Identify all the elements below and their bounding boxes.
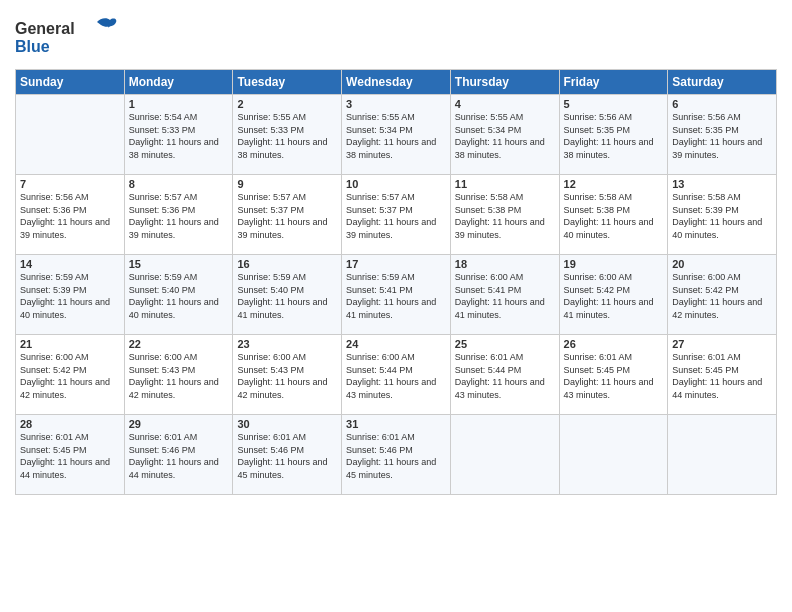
day-number: 20 [672,258,772,270]
day-number: 10 [346,178,446,190]
calendar-header-cell: Tuesday [233,70,342,95]
day-details: Sunrise: 5:55 AMSunset: 5:34 PMDaylight:… [455,111,555,161]
day-number: 3 [346,98,446,110]
calendar-day-cell [450,415,559,495]
day-details: Sunrise: 6:01 AMSunset: 5:45 PMDaylight:… [672,351,772,401]
calendar-day-cell [668,415,777,495]
day-number: 1 [129,98,229,110]
day-number: 14 [20,258,120,270]
calendar-week-row: 28Sunrise: 6:01 AMSunset: 5:45 PMDayligh… [16,415,777,495]
calendar-day-cell: 16Sunrise: 5:59 AMSunset: 5:40 PMDayligh… [233,255,342,335]
calendar-day-cell: 23Sunrise: 6:00 AMSunset: 5:43 PMDayligh… [233,335,342,415]
day-details: Sunrise: 5:56 AMSunset: 5:36 PMDaylight:… [20,191,120,241]
calendar-week-row: 7Sunrise: 5:56 AMSunset: 5:36 PMDaylight… [16,175,777,255]
day-details: Sunrise: 6:01 AMSunset: 5:45 PMDaylight:… [20,431,120,481]
day-number: 19 [564,258,664,270]
day-details: Sunrise: 6:01 AMSunset: 5:44 PMDaylight:… [455,351,555,401]
day-details: Sunrise: 5:59 AMSunset: 5:40 PMDaylight:… [129,271,229,321]
day-number: 8 [129,178,229,190]
calendar-day-cell [16,95,125,175]
calendar-day-cell: 4Sunrise: 5:55 AMSunset: 5:34 PMDaylight… [450,95,559,175]
day-details: Sunrise: 6:00 AMSunset: 5:42 PMDaylight:… [20,351,120,401]
day-details: Sunrise: 5:58 AMSunset: 5:38 PMDaylight:… [455,191,555,241]
day-number: 26 [564,338,664,350]
day-details: Sunrise: 5:57 AMSunset: 5:37 PMDaylight:… [346,191,446,241]
calendar-week-row: 1Sunrise: 5:54 AMSunset: 5:33 PMDaylight… [16,95,777,175]
calendar-header-cell: Wednesday [342,70,451,95]
day-details: Sunrise: 5:57 AMSunset: 5:36 PMDaylight:… [129,191,229,241]
calendar-day-cell: 22Sunrise: 6:00 AMSunset: 5:43 PMDayligh… [124,335,233,415]
day-number: 9 [237,178,337,190]
day-number: 23 [237,338,337,350]
calendar-day-cell: 29Sunrise: 6:01 AMSunset: 5:46 PMDayligh… [124,415,233,495]
day-number: 30 [237,418,337,430]
header-area: General Blue [15,10,777,63]
day-details: Sunrise: 5:54 AMSunset: 5:33 PMDaylight:… [129,111,229,161]
day-number: 7 [20,178,120,190]
calendar-day-cell: 24Sunrise: 6:00 AMSunset: 5:44 PMDayligh… [342,335,451,415]
calendar-day-cell: 10Sunrise: 5:57 AMSunset: 5:37 PMDayligh… [342,175,451,255]
calendar-day-cell: 27Sunrise: 6:01 AMSunset: 5:45 PMDayligh… [668,335,777,415]
day-details: Sunrise: 6:00 AMSunset: 5:41 PMDaylight:… [455,271,555,321]
calendar-week-row: 14Sunrise: 5:59 AMSunset: 5:39 PMDayligh… [16,255,777,335]
calendar-day-cell: 25Sunrise: 6:01 AMSunset: 5:44 PMDayligh… [450,335,559,415]
day-number: 28 [20,418,120,430]
day-details: Sunrise: 5:56 AMSunset: 5:35 PMDaylight:… [672,111,772,161]
calendar-day-cell: 17Sunrise: 5:59 AMSunset: 5:41 PMDayligh… [342,255,451,335]
day-details: Sunrise: 5:59 AMSunset: 5:41 PMDaylight:… [346,271,446,321]
calendar-day-cell: 5Sunrise: 5:56 AMSunset: 5:35 PMDaylight… [559,95,668,175]
day-details: Sunrise: 5:59 AMSunset: 5:39 PMDaylight:… [20,271,120,321]
day-number: 16 [237,258,337,270]
day-details: Sunrise: 6:00 AMSunset: 5:42 PMDaylight:… [672,271,772,321]
svg-text:Blue: Blue [15,38,50,55]
day-details: Sunrise: 5:56 AMSunset: 5:35 PMDaylight:… [564,111,664,161]
calendar-day-cell: 21Sunrise: 6:00 AMSunset: 5:42 PMDayligh… [16,335,125,415]
calendar-day-cell [559,415,668,495]
day-number: 2 [237,98,337,110]
calendar-day-cell: 18Sunrise: 6:00 AMSunset: 5:41 PMDayligh… [450,255,559,335]
calendar-day-cell: 15Sunrise: 5:59 AMSunset: 5:40 PMDayligh… [124,255,233,335]
calendar-header-cell: Monday [124,70,233,95]
day-details: Sunrise: 6:00 AMSunset: 5:44 PMDaylight:… [346,351,446,401]
calendar-header-row: SundayMondayTuesdayWednesdayThursdayFrid… [16,70,777,95]
day-number: 11 [455,178,555,190]
day-details: Sunrise: 6:00 AMSunset: 5:43 PMDaylight:… [129,351,229,401]
day-number: 4 [455,98,555,110]
calendar-header-cell: Friday [559,70,668,95]
calendar-table: SundayMondayTuesdayWednesdayThursdayFrid… [15,69,777,495]
day-details: Sunrise: 6:00 AMSunset: 5:43 PMDaylight:… [237,351,337,401]
calendar-day-cell: 6Sunrise: 5:56 AMSunset: 5:35 PMDaylight… [668,95,777,175]
day-number: 17 [346,258,446,270]
calendar-day-cell: 26Sunrise: 6:01 AMSunset: 5:45 PMDayligh… [559,335,668,415]
day-details: Sunrise: 5:58 AMSunset: 5:39 PMDaylight:… [672,191,772,241]
day-number: 29 [129,418,229,430]
day-details: Sunrise: 5:55 AMSunset: 5:33 PMDaylight:… [237,111,337,161]
svg-text:General: General [15,20,75,37]
calendar-day-cell: 12Sunrise: 5:58 AMSunset: 5:38 PMDayligh… [559,175,668,255]
calendar-header-cell: Thursday [450,70,559,95]
day-details: Sunrise: 5:57 AMSunset: 5:37 PMDaylight:… [237,191,337,241]
day-details: Sunrise: 6:01 AMSunset: 5:45 PMDaylight:… [564,351,664,401]
calendar-day-cell: 31Sunrise: 6:01 AMSunset: 5:46 PMDayligh… [342,415,451,495]
day-number: 25 [455,338,555,350]
day-number: 15 [129,258,229,270]
calendar-day-cell: 3Sunrise: 5:55 AMSunset: 5:34 PMDaylight… [342,95,451,175]
calendar-header-cell: Saturday [668,70,777,95]
day-number: 21 [20,338,120,350]
day-details: Sunrise: 6:00 AMSunset: 5:42 PMDaylight:… [564,271,664,321]
calendar-day-cell: 1Sunrise: 5:54 AMSunset: 5:33 PMDaylight… [124,95,233,175]
calendar-header-cell: Sunday [16,70,125,95]
calendar-day-cell: 30Sunrise: 6:01 AMSunset: 5:46 PMDayligh… [233,415,342,495]
day-number: 5 [564,98,664,110]
calendar-day-cell: 13Sunrise: 5:58 AMSunset: 5:39 PMDayligh… [668,175,777,255]
day-details: Sunrise: 5:55 AMSunset: 5:34 PMDaylight:… [346,111,446,161]
calendar-day-cell: 19Sunrise: 6:00 AMSunset: 5:42 PMDayligh… [559,255,668,335]
calendar-day-cell: 8Sunrise: 5:57 AMSunset: 5:36 PMDaylight… [124,175,233,255]
calendar-body: 1Sunrise: 5:54 AMSunset: 5:33 PMDaylight… [16,95,777,495]
day-number: 12 [564,178,664,190]
day-details: Sunrise: 6:01 AMSunset: 5:46 PMDaylight:… [237,431,337,481]
calendar-day-cell: 11Sunrise: 5:58 AMSunset: 5:38 PMDayligh… [450,175,559,255]
calendar-day-cell: 28Sunrise: 6:01 AMSunset: 5:45 PMDayligh… [16,415,125,495]
day-number: 22 [129,338,229,350]
day-number: 6 [672,98,772,110]
